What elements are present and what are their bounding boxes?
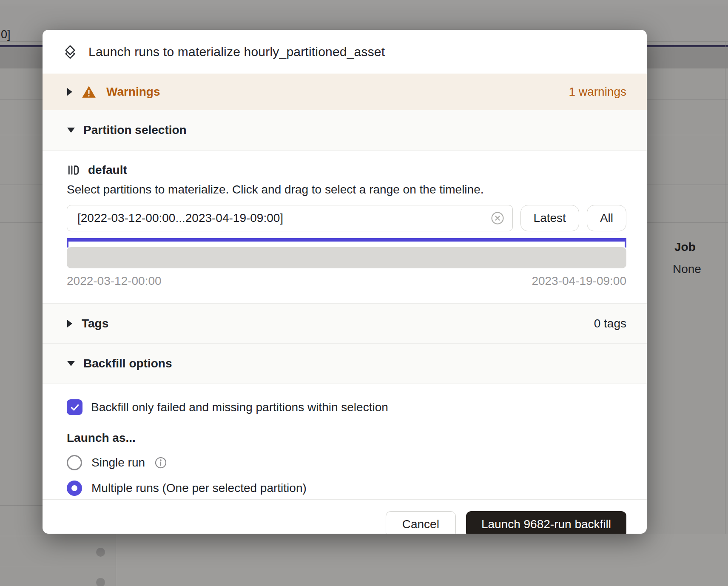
timeline-end-label: 2023-04-19-09:00: [532, 274, 626, 288]
chevron-down-icon: [67, 128, 75, 133]
multiple-runs-radio-row[interactable]: Multiple runs (One per selected partitio…: [67, 481, 626, 496]
launch-backfill-dialog: Launch runs to materialize hourly_partit…: [43, 30, 647, 534]
partition-range-field[interactable]: [67, 205, 513, 231]
all-button[interactable]: All: [587, 205, 626, 231]
single-run-label: Single run: [91, 456, 145, 469]
tags-count: 0 tags: [594, 317, 626, 330]
backfill-only-failed-checkbox-row[interactable]: Backfill only failed and missing partiti…: [67, 399, 626, 415]
warnings-count: 1 warnings: [569, 85, 626, 99]
screen: 0] Job None Launch runs to materiali: [0, 0, 728, 586]
single-run-radio-row[interactable]: Single run: [67, 455, 626, 470]
partition-selection-header: Partition selection: [83, 123, 187, 137]
chevron-down-icon: [67, 361, 75, 366]
radio-unselected-icon[interactable]: [67, 455, 82, 470]
timeline-selection-bar[interactable]: [67, 238, 626, 242]
partition-help-text: Select partitions to materialize. Click …: [67, 183, 626, 196]
latest-button[interactable]: Latest: [520, 205, 579, 231]
dialog-footer: Cancel Launch 9682-run backfill: [43, 499, 647, 534]
partition-selection-body: default Select partitions to materialize…: [43, 151, 647, 303]
launch-as-label: Launch as...: [67, 431, 626, 445]
timeline-labels: 2022-03-12-00:00 2023-04-19-09:00: [67, 274, 626, 288]
chevron-right-icon: [67, 320, 72, 327]
warnings-label: Warnings: [106, 85, 160, 99]
partition-input-row: Latest All: [67, 205, 626, 231]
launch-backfill-button[interactable]: Launch 9682-run backfill: [466, 511, 626, 534]
x-circle-icon[interactable]: [490, 211, 505, 225]
asset-layers-diamond-icon: [62, 44, 78, 60]
info-circle-icon[interactable]: [154, 456, 167, 469]
backfill-options-header: Backfill options: [83, 357, 172, 370]
backfill-only-failed-label: Backfill only failed and missing partiti…: [91, 401, 388, 414]
multiple-runs-label: Multiple runs (One per selected partitio…: [91, 481, 307, 495]
backfill-options-toggle[interactable]: Backfill options: [43, 344, 647, 384]
backfill-options-body: Backfill only failed and missing partiti…: [43, 384, 647, 499]
tags-header: Tags: [82, 317, 108, 330]
warning-triangle-icon: [82, 85, 96, 98]
radio-selected-icon[interactable]: [67, 481, 82, 496]
timeline-start-label: 2022-03-12-00:00: [67, 274, 162, 288]
warnings-section-toggle[interactable]: Warnings 1 warnings: [43, 74, 647, 110]
tags-section-toggle[interactable]: Tags 0 tags: [43, 303, 647, 344]
partition-dimension-name: default: [88, 163, 127, 177]
dialog-title: Launch runs to materialize hourly_partit…: [88, 45, 385, 59]
dialog-header: Launch runs to materialize hourly_partit…: [43, 30, 647, 74]
timeline-track[interactable]: [67, 247, 626, 268]
partition-timeline[interactable]: 2022-03-12-00:00 2023-04-19-09:00: [67, 238, 626, 288]
partition-bars-icon: [67, 163, 80, 177]
checkbox-checked-icon[interactable]: [67, 399, 82, 415]
partition-selection-toggle[interactable]: Partition selection: [43, 110, 647, 151]
partition-range-input[interactable]: [77, 211, 490, 225]
partition-dimension-row: default: [67, 163, 626, 177]
cancel-button[interactable]: Cancel: [386, 511, 456, 534]
chevron-right-icon: [67, 88, 72, 96]
